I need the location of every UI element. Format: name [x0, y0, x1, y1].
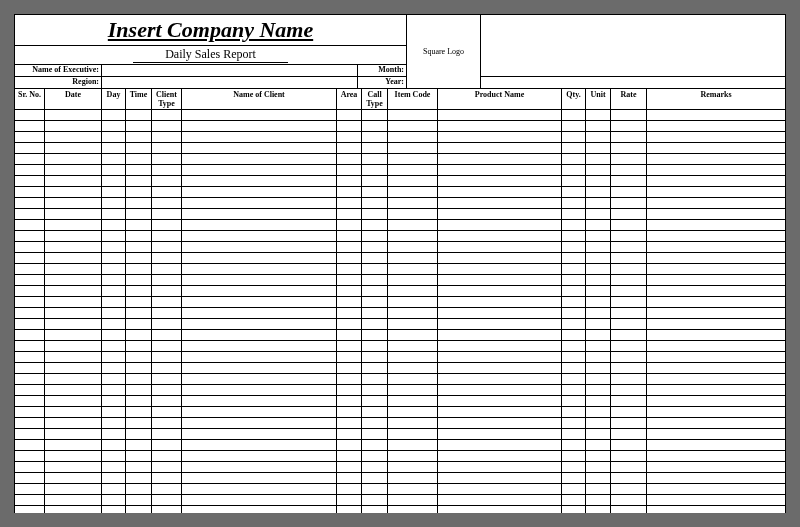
- table-cell[interactable]: [126, 164, 152, 175]
- table-cell[interactable]: [182, 318, 337, 329]
- table-cell[interactable]: [126, 373, 152, 384]
- table-cell[interactable]: [182, 274, 337, 285]
- table-cell[interactable]: [15, 472, 45, 483]
- table-cell[interactable]: [586, 307, 611, 318]
- table-cell[interactable]: [126, 351, 152, 362]
- table-cell[interactable]: [388, 252, 438, 263]
- table-cell[interactable]: [45, 351, 102, 362]
- table-cell[interactable]: [362, 483, 388, 494]
- table-cell[interactable]: [647, 120, 786, 131]
- table-cell[interactable]: [388, 109, 438, 120]
- table-cell[interactable]: [611, 329, 647, 340]
- table-cell[interactable]: [15, 461, 45, 472]
- table-cell[interactable]: [152, 428, 182, 439]
- table-cell[interactable]: [647, 164, 786, 175]
- table-cell[interactable]: [182, 329, 337, 340]
- table-cell[interactable]: [152, 318, 182, 329]
- table-cell[interactable]: [586, 131, 611, 142]
- table-cell[interactable]: [152, 340, 182, 351]
- table-cell[interactable]: [586, 252, 611, 263]
- table-cell[interactable]: [182, 439, 337, 450]
- table-cell[interactable]: [647, 351, 786, 362]
- table-cell[interactable]: [362, 208, 388, 219]
- table-cell[interactable]: [611, 384, 647, 395]
- table-cell[interactable]: [126, 285, 152, 296]
- table-cell[interactable]: [438, 461, 562, 472]
- table-cell[interactable]: [182, 296, 337, 307]
- table-cell[interactable]: [586, 285, 611, 296]
- table-cell[interactable]: [15, 439, 45, 450]
- month-value[interactable]: [481, 65, 786, 77]
- table-cell[interactable]: [586, 142, 611, 153]
- table-cell[interactable]: [362, 252, 388, 263]
- table-cell[interactable]: [388, 186, 438, 197]
- table-cell[interactable]: [102, 274, 126, 285]
- table-cell[interactable]: [45, 197, 102, 208]
- table-cell[interactable]: [152, 120, 182, 131]
- table-cell[interactable]: [362, 274, 388, 285]
- table-cell[interactable]: [647, 142, 786, 153]
- table-cell[interactable]: [362, 428, 388, 439]
- table-cell[interactable]: [611, 175, 647, 186]
- table-cell[interactable]: [647, 329, 786, 340]
- table-cell[interactable]: [126, 241, 152, 252]
- table-cell[interactable]: [647, 362, 786, 373]
- table-cell[interactable]: [182, 285, 337, 296]
- table-cell[interactable]: [562, 131, 586, 142]
- table-cell[interactable]: [337, 483, 362, 494]
- table-cell[interactable]: [611, 252, 647, 263]
- table-cell[interactable]: [388, 142, 438, 153]
- table-cell[interactable]: [15, 208, 45, 219]
- table-cell[interactable]: [362, 263, 388, 274]
- table-cell[interactable]: [586, 318, 611, 329]
- table-cell[interactable]: [438, 450, 562, 461]
- table-cell[interactable]: [45, 186, 102, 197]
- table-cell[interactable]: [102, 219, 126, 230]
- table-cell[interactable]: [182, 164, 337, 175]
- table-cell[interactable]: [152, 439, 182, 450]
- table-cell[interactable]: [152, 296, 182, 307]
- table-cell[interactable]: [126, 439, 152, 450]
- table-cell[interactable]: [126, 505, 152, 513]
- table-cell[interactable]: [362, 285, 388, 296]
- table-cell[interactable]: [126, 274, 152, 285]
- table-cell[interactable]: [438, 120, 562, 131]
- table-cell[interactable]: [182, 197, 337, 208]
- table-cell[interactable]: [102, 461, 126, 472]
- table-cell[interactable]: [152, 109, 182, 120]
- table-cell[interactable]: [611, 450, 647, 461]
- table-cell[interactable]: [362, 318, 388, 329]
- table-cell[interactable]: [102, 362, 126, 373]
- table-cell[interactable]: [337, 164, 362, 175]
- table-cell[interactable]: [152, 406, 182, 417]
- table-cell[interactable]: [126, 384, 152, 395]
- table-cell[interactable]: [152, 373, 182, 384]
- table-cell[interactable]: [611, 208, 647, 219]
- table-cell[interactable]: [182, 428, 337, 439]
- table-cell[interactable]: [337, 439, 362, 450]
- table-cell[interactable]: [337, 197, 362, 208]
- table-cell[interactable]: [152, 362, 182, 373]
- table-cell[interactable]: [362, 197, 388, 208]
- table-cell[interactable]: [611, 186, 647, 197]
- table-cell[interactable]: [562, 285, 586, 296]
- table-cell[interactable]: [388, 340, 438, 351]
- table-cell[interactable]: [647, 263, 786, 274]
- table-cell[interactable]: [611, 153, 647, 164]
- table-cell[interactable]: [562, 197, 586, 208]
- table-cell[interactable]: [438, 340, 562, 351]
- table-cell[interactable]: [102, 428, 126, 439]
- table-cell[interactable]: [15, 373, 45, 384]
- table-cell[interactable]: [45, 307, 102, 318]
- table-cell[interactable]: [45, 461, 102, 472]
- table-cell[interactable]: [182, 208, 337, 219]
- table-cell[interactable]: [647, 274, 786, 285]
- table-cell[interactable]: [126, 494, 152, 505]
- table-cell[interactable]: [362, 164, 388, 175]
- table-cell[interactable]: [438, 252, 562, 263]
- table-cell[interactable]: [45, 175, 102, 186]
- table-cell[interactable]: [438, 230, 562, 241]
- table-cell[interactable]: [337, 318, 362, 329]
- table-cell[interactable]: [152, 142, 182, 153]
- table-cell[interactable]: [647, 285, 786, 296]
